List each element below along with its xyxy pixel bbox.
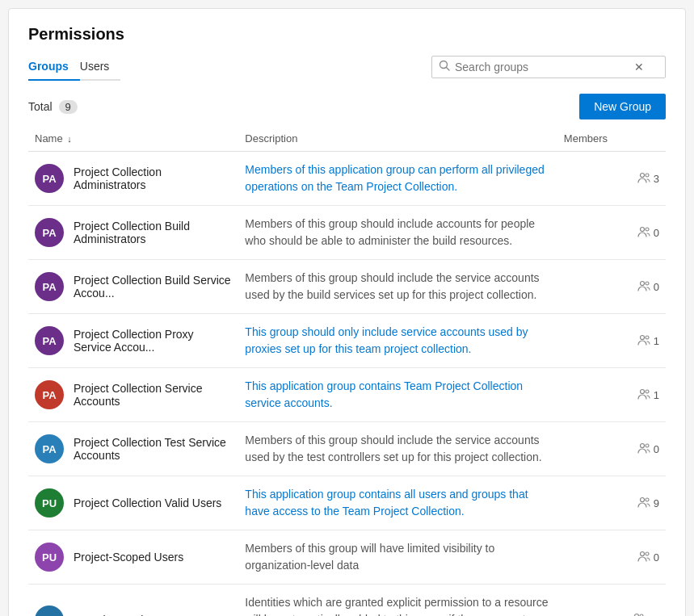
description-link[interactable]: This application group contains all user… bbox=[245, 488, 528, 518]
group-name[interactable]: Project Collection Valid Users bbox=[74, 497, 221, 509]
tab-groups[interactable]: Groups bbox=[28, 53, 80, 81]
members-count: 1 bbox=[654, 389, 659, 401]
name-cell: PU Project Collection Valid Users bbox=[28, 476, 238, 530]
name-cell: PA Project Collection Build Administrato… bbox=[28, 206, 238, 260]
search-icon bbox=[439, 60, 450, 74]
avatar: PU bbox=[35, 488, 64, 518]
search-input[interactable] bbox=[455, 61, 633, 73]
name-cell-inner: PA Project Collection Administrators bbox=[35, 164, 232, 193]
members-cell: 0 bbox=[557, 422, 666, 476]
description-link[interactable]: This application group contains Team Pro… bbox=[245, 379, 523, 409]
description-cell: Members of this group should include acc… bbox=[238, 206, 557, 260]
members-count: 1 bbox=[654, 335, 659, 347]
members-count: 0 bbox=[654, 551, 659, 564]
groups-table: Name ↓ Description Members PA Project Co… bbox=[28, 128, 666, 616]
svg-point-10 bbox=[640, 389, 644, 393]
description-cell: Identities which are granted explicit pe… bbox=[238, 585, 557, 617]
table-row[interactable]: PA Project Collection Build Administrato… bbox=[28, 206, 666, 260]
sort-icon: ↓ bbox=[67, 134, 72, 144]
group-name[interactable]: Project Collection Build Administrators bbox=[74, 220, 232, 245]
name-cell: PA Project Collection Administrators bbox=[28, 152, 238, 206]
members-cell: 1 bbox=[557, 368, 666, 422]
members-icon bbox=[637, 497, 650, 510]
avatar: PU bbox=[35, 543, 64, 572]
members-count: 3 bbox=[654, 173, 659, 185]
name-cell-inner: PA Project Collection Build Service Acco… bbox=[35, 272, 232, 301]
description-text: Identities which are granted explicit pe… bbox=[245, 596, 548, 616]
name-cell-inner: PA Project Collection Build Administrato… bbox=[35, 218, 232, 247]
members-cell: 0 bbox=[557, 530, 666, 585]
col-header-name[interactable]: Name ↓ bbox=[28, 128, 238, 152]
members-icon bbox=[637, 551, 650, 564]
table-row[interactable]: PA Project Collection Proxy Service Acco… bbox=[28, 314, 666, 368]
members-cell: 0 bbox=[557, 260, 666, 314]
members-cell: 16 bbox=[557, 585, 666, 617]
avatar: PA bbox=[35, 434, 64, 463]
svg-point-4 bbox=[640, 227, 644, 231]
svg-point-16 bbox=[640, 551, 644, 555]
members-inner: 0 bbox=[564, 226, 659, 240]
members-icon bbox=[637, 442, 650, 456]
members-count: 0 bbox=[654, 227, 659, 239]
group-name[interactable]: Project Collection Administrators bbox=[74, 166, 232, 191]
group-name[interactable]: Project Collection Proxy Service Accou..… bbox=[74, 328, 232, 354]
tab-users[interactable]: Users bbox=[80, 53, 121, 81]
svg-point-11 bbox=[646, 390, 649, 393]
description-link[interactable]: This group should only include service a… bbox=[245, 325, 528, 355]
group-name[interactable]: Project Collection Service Accounts bbox=[74, 382, 232, 408]
members-cell: 1 bbox=[557, 314, 666, 368]
toolbar: Total 9 New Group bbox=[28, 94, 666, 119]
svg-point-9 bbox=[646, 336, 649, 339]
members-cell: 0 bbox=[557, 206, 666, 260]
avatar: PA bbox=[35, 326, 64, 355]
table-row[interactable]: PA Project Collection Test Service Accou… bbox=[28, 422, 666, 476]
name-cell: PA Project Collection Test Service Accou… bbox=[28, 422, 238, 476]
svg-point-5 bbox=[646, 228, 649, 231]
table-row[interactable]: PU Project-Scoped Users Members of this … bbox=[28, 530, 666, 585]
members-inner: 16 bbox=[564, 613, 659, 616]
group-name[interactable]: Security Service Group bbox=[74, 614, 190, 617]
members-inner: 1 bbox=[564, 334, 659, 348]
description-cell: Members of this group should include the… bbox=[238, 260, 557, 314]
clear-search-button[interactable]: ✕ bbox=[633, 61, 646, 73]
name-cell: PA Project Collection Service Accounts bbox=[28, 368, 238, 422]
table-row[interactable]: PA Project Collection Administrators Mem… bbox=[28, 152, 666, 206]
svg-point-6 bbox=[640, 281, 644, 285]
name-cell-inner: SG Security Service Group bbox=[35, 606, 232, 617]
svg-line-1 bbox=[447, 68, 450, 71]
name-cell-inner: PU Project-Scoped Users bbox=[35, 543, 232, 572]
avatar: PA bbox=[35, 272, 64, 301]
members-icon bbox=[637, 172, 650, 186]
svg-point-17 bbox=[646, 552, 649, 555]
group-name[interactable]: Project-Scoped Users bbox=[74, 551, 183, 564]
table-row[interactable]: PA Project Collection Build Service Acco… bbox=[28, 260, 666, 314]
members-icon bbox=[632, 613, 645, 616]
svg-point-12 bbox=[640, 443, 644, 447]
header-row: Groups Users ✕ bbox=[28, 53, 666, 81]
name-cell: PA Project Collection Proxy Service Acco… bbox=[28, 314, 238, 368]
members-cell: 9 bbox=[557, 476, 666, 530]
name-cell: PA Project Collection Build Service Acco… bbox=[28, 260, 238, 314]
new-group-button[interactable]: New Group bbox=[579, 94, 666, 119]
members-icon bbox=[637, 280, 650, 294]
table-row[interactable]: PU Project Collection Valid Users This a… bbox=[28, 476, 666, 530]
members-inner: 0 bbox=[564, 442, 659, 456]
group-name[interactable]: Project Collection Build Service Accou..… bbox=[74, 274, 232, 300]
permissions-container: Permissions Groups Users ✕ Total 9 New G… bbox=[8, 8, 686, 616]
description-cell: Members of this group should include the… bbox=[238, 422, 557, 476]
group-name[interactable]: Project Collection Test Service Accounts bbox=[74, 436, 232, 462]
description-link[interactable]: Members of this application group can pe… bbox=[245, 163, 544, 193]
description-cell: This application group contains Team Pro… bbox=[238, 368, 557, 422]
description-cell: This application group contains all user… bbox=[238, 476, 557, 530]
members-icon bbox=[637, 334, 650, 348]
total-label: Total bbox=[28, 100, 53, 113]
avatar: SG bbox=[35, 606, 64, 617]
description-text: Members of this group should include the… bbox=[245, 271, 539, 301]
members-count: 0 bbox=[654, 443, 659, 455]
table-row[interactable]: PA Project Collection Service Accounts T… bbox=[28, 368, 666, 422]
avatar: PA bbox=[35, 164, 64, 193]
avatar: PA bbox=[35, 380, 64, 409]
avatar: PA bbox=[35, 218, 64, 247]
table-row[interactable]: SG Security Service Group Identities whi… bbox=[28, 585, 666, 617]
members-inner: 0 bbox=[564, 280, 659, 294]
